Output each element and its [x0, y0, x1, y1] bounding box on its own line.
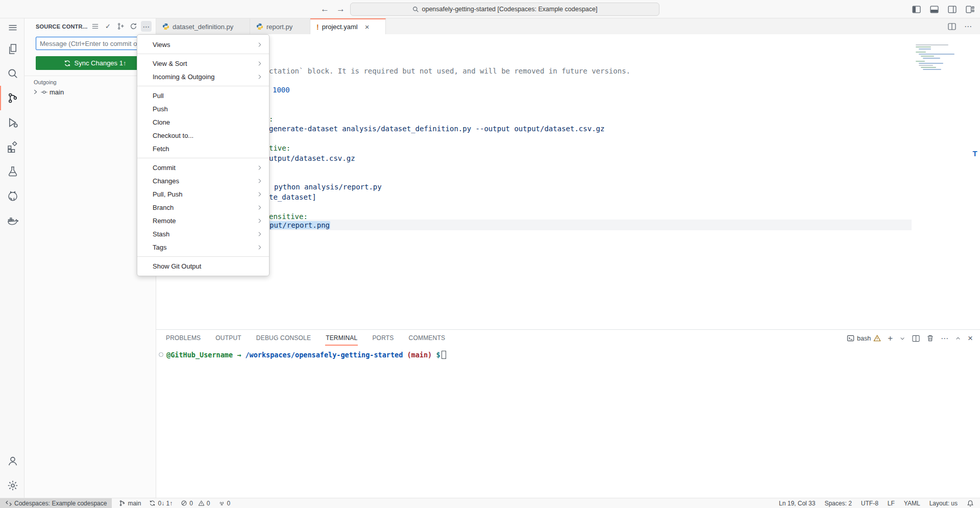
tab-project-yaml[interactable]: ! project.yaml ×	[310, 18, 386, 34]
menu-item-branch[interactable]: Branch	[137, 201, 269, 214]
notifications-bell-icon[interactable]	[967, 500, 974, 507]
extensions-icon[interactable]	[0, 135, 24, 159]
status-line-col[interactable]: Ln 19, Col 33	[779, 500, 815, 507]
minimap[interactable]	[912, 34, 973, 329]
menu-item-clone[interactable]: Clone	[137, 115, 269, 129]
more-actions-icon[interactable]: ⋯	[141, 21, 152, 32]
terminal-dropdown-icon[interactable]	[899, 335, 905, 342]
submenu-chevron-icon	[256, 164, 263, 171]
remote-indicator[interactable]: Codespaces: Example codespace	[0, 498, 112, 508]
menu-separator	[137, 158, 269, 158]
status-branch[interactable]: main	[119, 500, 141, 507]
panel-tab-debug-console[interactable]: DEBUG CONSOLE	[256, 331, 311, 346]
commit-check-icon[interactable]: ✓	[103, 21, 113, 32]
panel-tab-problems[interactable]: PROBLEMS	[165, 331, 201, 346]
outgoing-branch-row[interactable]: main	[24, 86, 156, 98]
status-keyboard-layout[interactable]: Layout: us	[929, 500, 958, 507]
code-line: utput/dataset.csv.gz	[269, 153, 355, 163]
customize-layout-icon[interactable]	[965, 4, 975, 14]
status-sync[interactable]: 0↓ 1↑	[149, 500, 173, 507]
terminal-branch: (main)	[407, 351, 432, 359]
menu-item-pull-push[interactable]: Pull, Push	[137, 187, 269, 201]
terminal-cursor	[442, 351, 446, 359]
view-as-list-icon[interactable]	[90, 21, 101, 32]
tab-label: dataset_definition.py	[173, 23, 233, 31]
menu-item-checkout-to[interactable]: Checkout to...	[137, 129, 269, 142]
docker-icon[interactable]	[0, 208, 24, 233]
account-icon[interactable]	[0, 449, 24, 473]
sync-icon	[149, 500, 156, 506]
editor-more-actions-icon[interactable]: ⋯	[964, 22, 972, 30]
menu-item-commit[interactable]: Commit	[137, 161, 269, 174]
menu-item-pull[interactable]: Pull	[137, 89, 269, 102]
status-ports[interactable]: 0	[218, 500, 231, 507]
source-control-icon[interactable]	[0, 86, 24, 110]
menu-item-fetch[interactable]: Fetch	[137, 142, 269, 155]
tab-report[interactable]: report.py	[250, 18, 310, 34]
menu-item-stash[interactable]: Stash	[137, 227, 269, 240]
close-tab-icon[interactable]: ×	[365, 23, 370, 31]
code-editor[interactable]: ctation` block. It is required but not u…	[156, 34, 980, 329]
git-branch-icon	[119, 500, 126, 506]
toggle-primary-sidebar-icon[interactable]	[911, 4, 921, 14]
command-center-search[interactable]: opensafely-getting-started [Codespaces: …	[350, 3, 659, 16]
split-terminal-icon[interactable]	[912, 335, 920, 342]
code-line: generate-dataset analysis/dataset_defini…	[269, 124, 604, 134]
status-problems[interactable]: 0 0	[181, 500, 210, 507]
terminal-prompt: @GitHub_Username → /workspaces/opensafel…	[166, 350, 446, 360]
menu-item-view-sort[interactable]: View & Sort	[137, 57, 269, 70]
forward-arrow-icon[interactable]: →	[336, 4, 345, 14]
menu-item-remote[interactable]: Remote	[137, 214, 269, 227]
sync-changes-label: Sync Changes 1↑	[75, 59, 127, 67]
close-panel-icon[interactable]: ×	[968, 334, 973, 343]
source-control-context-menu: Views View & Sort Incoming & Outgoing Pu…	[137, 34, 270, 276]
status-language[interactable]: YAML	[904, 500, 920, 507]
shell-badge[interactable]: bash	[847, 334, 881, 342]
shell-name: bash	[857, 335, 871, 342]
tab-dataset-definition[interactable]: dataset_definition.py	[156, 18, 250, 34]
menu-icon[interactable]	[0, 18, 24, 37]
warning-triangle-icon	[873, 334, 881, 342]
menu-item-show-git-output[interactable]: Show Git Output	[137, 259, 269, 273]
maximize-panel-icon[interactable]	[955, 335, 961, 342]
back-arrow-icon[interactable]: ←	[321, 4, 329, 14]
run-debug-icon[interactable]	[0, 110, 24, 135]
tab-label: project.yaml	[322, 23, 358, 31]
panel-tab-ports[interactable]: PORTS	[372, 331, 394, 346]
kill-terminal-trash-icon[interactable]	[926, 334, 934, 342]
terminal-user: @GitHub_Username	[166, 351, 233, 359]
menu-separator	[137, 86, 269, 86]
toggle-panel-icon[interactable]	[929, 4, 939, 14]
menu-item-push[interactable]: Push	[137, 102, 269, 115]
menu-item-tags[interactable]: Tags	[137, 240, 269, 254]
github-icon[interactable]	[0, 184, 24, 208]
menu-item-views[interactable]: Views	[137, 38, 269, 51]
settings-gear-icon[interactable]	[0, 473, 24, 498]
sync-icon	[64, 60, 71, 67]
code-line: put/report.png	[269, 220, 330, 230]
stage-all-icon[interactable]	[115, 21, 126, 32]
toggle-secondary-sidebar-icon[interactable]	[947, 4, 957, 14]
panel-tab-comments[interactable]: COMMENTS	[408, 331, 446, 346]
panel-tab-terminal[interactable]: TERMINAL	[325, 331, 358, 346]
status-encoding[interactable]: UTF-8	[861, 500, 878, 507]
python-file-icon	[256, 23, 263, 30]
vscode-window: ← → opensafely-getting-started [Codespac…	[0, 0, 980, 508]
editor-tab-bar: dataset_definition.py report.py ! projec…	[156, 18, 980, 34]
explorer-icon[interactable]	[0, 37, 24, 61]
submenu-chevron-icon	[256, 191, 263, 198]
submenu-chevron-icon	[256, 231, 263, 237]
new-terminal-icon[interactable]: +	[888, 334, 893, 343]
panel-more-actions-icon[interactable]: ⋯	[941, 334, 948, 342]
menu-item-changes[interactable]: Changes	[137, 174, 269, 187]
testing-beaker-icon[interactable]	[0, 159, 24, 184]
search-view-icon[interactable]	[0, 61, 24, 86]
refresh-icon[interactable]	[128, 21, 139, 32]
status-indentation[interactable]: Spaces: 2	[824, 500, 851, 507]
git-commit-icon	[40, 88, 48, 96]
terminal-prompt-symbol: $	[436, 351, 440, 359]
split-editor-icon[interactable]	[948, 23, 956, 30]
status-eol[interactable]: LF	[888, 500, 895, 507]
menu-item-incoming-outgoing[interactable]: Incoming & Outgoing	[137, 70, 269, 83]
panel-tab-output[interactable]: OUTPUT	[215, 331, 242, 346]
